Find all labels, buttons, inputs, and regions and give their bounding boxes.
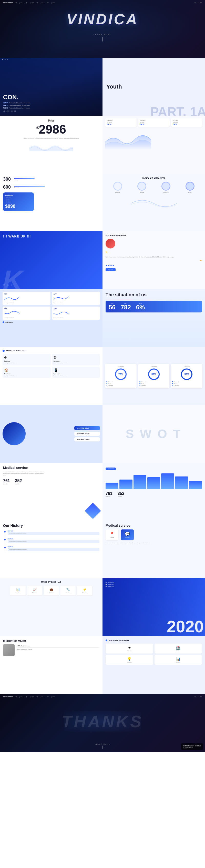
nav-sep-4: ◆: [47, 2, 49, 4]
nav-sep-3: ◆: [36, 2, 38, 4]
slide-history-row: Our History 2014.01 Lorem ipsum dolor si…: [0, 521, 205, 578]
nav-logo-thanks: calculator: [3, 695, 13, 698]
medical-stat-1: 761 statistic: [3, 478, 10, 485]
slide-thanks: calculator ◆ part a ◆ part b ◆ part c ◆ …: [0, 694, 205, 752]
slide-youth-left: CON. Part a Youth is the bitterest, but …: [0, 58, 102, 116]
air-stat: AIR 6%: [136, 303, 145, 310]
part-a-label: Part a Youth is the bitterest, but the c…: [3, 102, 30, 104]
income-num-2: 600: [3, 185, 12, 190]
content-card-4: 📱 Calculator Lorem ipsum dolor sit amet: [52, 367, 100, 378]
stats-wave-chart: [105, 129, 151, 150]
slide-mr-left: Mr.right or Mr.left 1. Medical service L…: [0, 636, 102, 694]
nav-icon-star-t[interactable]: ☆: [194, 695, 196, 698]
circle-again: Again: [185, 182, 195, 193]
buy-now-btn[interactable]: buy now: [106, 268, 116, 271]
quote-text: Lorem ipsum dolor sit amet consectetur a…: [106, 256, 202, 258]
circle-finance: Finance: [113, 182, 122, 193]
vindica-heading: VINDICA: [67, 11, 138, 27]
nav-item-a[interactable]: part a: [20, 2, 23, 4]
icon-grid-item-1: ✈ Calculator: [106, 644, 153, 654]
income-num-1: 300: [3, 177, 12, 182]
nav-item-tb[interactable]: part b: [30, 696, 34, 698]
stat-box-3: 277/467 Spending 34%: [171, 118, 202, 127]
price-label: Price: [4, 119, 99, 122]
made-by-title: MADE BY BIGE HAO: [6, 349, 26, 352]
calc-item-3: 💼 Calculator: [43, 586, 59, 595]
nav-icon-up[interactable]: ↑: [198, 2, 199, 4]
slide-vindica: calculator ◆ part a ◆ part b ◆ part c ◆ …: [0, 0, 205, 58]
slide-roy-swot-row: ROY AND DEMO ROY AND DEMO ROY AND DEMO S…: [0, 405, 205, 463]
nav-item-tc[interactable]: part c: [40, 696, 44, 698]
cta-learn-more[interactable]: LEARN MORE: [93, 34, 112, 35]
nav-logo: calculator: [3, 2, 13, 4]
medical-right-desc: Lorem ipsum dolor sit amet consectetur a…: [106, 542, 202, 544]
part-1a-large: PART. 1A: [150, 105, 205, 116]
icon-grid-item-3: 💡 Calculator: [106, 655, 153, 665]
watermark: 众图网 精品素材·每日更新 作品编号:857434: [181, 743, 203, 750]
icon-card-msg: 💬 Calculate: [121, 529, 134, 540]
slide-price-left: Price £ 2986 Lorem ipsum dolor sit amet …: [0, 116, 102, 174]
apt-card-4: APT Lorem ipsum dolor sit: [52, 307, 100, 320]
calc-item-4: 🔧 Calculator: [60, 586, 76, 595]
nav-bar-thanks: calculator ◆ part a ◆ part b ◆ part c ◆ …: [0, 694, 205, 700]
nav-item-c[interactable]: part c: [40, 2, 44, 4]
pct-card-50: Calculator 50% Advanced Grade Calculator: [171, 364, 202, 388]
template-item-3: TEMPLATE: [106, 586, 202, 588]
nav-item-ta[interactable]: part a: [20, 696, 23, 698]
mr-avatar: [3, 644, 14, 656]
nav-icon-up-t[interactable]: ↑: [198, 695, 199, 698]
watermark-code: 作品编号:857434: [183, 747, 201, 748]
slide-automation-right: automation 761 statistic 352 statistic: [102, 463, 205, 521]
thanks-text: THANKS: [62, 712, 144, 731]
slide-income-left: 300 Income 600 2Income BIGE HAO ▪ row on…: [0, 174, 102, 231]
nav-icon-share[interactable]: ✦: [200, 2, 202, 4]
pct-78-value: 78%: [118, 373, 123, 375]
hero-text: VINDICA: [0, 10, 205, 28]
circle-graphic: [3, 422, 26, 445]
icon-card-pin: 📍 Calculate: [106, 529, 118, 540]
stat-box-1: 345/467 Finance 56%: [105, 118, 137, 127]
nav-bar-youth: [0, 58, 102, 61]
nav-icon-share-t[interactable]: ✦: [200, 695, 202, 698]
nav-icon-star[interactable]: ☆: [194, 2, 196, 4]
learn-more-thanks: LEARN MORE: [0, 743, 205, 752]
cta-learn-more-youth[interactable]: LEARN MORE: [3, 110, 30, 112]
slide-youth-right: Youth PART. 1A: [102, 58, 205, 116]
bige-card-title: BIGE HAO: [5, 194, 32, 196]
income-item-1: 300 Income: [3, 177, 99, 182]
slide-made-icons-right: MADE BY BIGE HAO ✈ Calculator 🏥 Calculat…: [102, 636, 205, 694]
quote-marks: ❝: [106, 250, 202, 255]
circles-wave: [131, 196, 177, 209]
quote-marks-end: ❞: [106, 259, 202, 263]
nav-item-b[interactable]: part b: [30, 2, 34, 4]
avatar-circle: [106, 239, 115, 248]
slide-wakeup-row: !!! WAKE UP !!! K ◯ ◻ ◇ MADE BY BIGE HAO…: [0, 231, 205, 289]
slide-made-pct-row: MADE BY BIGE HAO ✈ Calculator Lorem ipsu…: [0, 347, 205, 405]
made-by-bige: MADE BY BIGE HAO: [106, 177, 202, 179]
mr-title: Mr.right or Mr.left: [3, 639, 99, 642]
con-big-text: CON.: [3, 94, 30, 100]
content-card-2: ⚙ Calculator Lorem ipsum dolor sit amet: [52, 354, 100, 365]
slide-price-right: 345/467 Finance 56% 155/467 Income 64% 2…: [102, 116, 205, 174]
ape-stat: APE 56: [109, 303, 116, 310]
medical-stat-2: 352 statistic: [15, 478, 22, 485]
apt-card-1: APT Lorem ipsum dolor sit: [3, 292, 51, 305]
stat-box-2: 155/467 Income 64%: [138, 118, 169, 127]
part-c-label: Part c Youth is the bitterest, but the c…: [3, 107, 30, 109]
slide-apt-left: APT Lorem ipsum dolor sit APT Lorem ipsu…: [0, 289, 102, 347]
roy-card-1: ROY AND DEMO: [74, 426, 100, 430]
pct-card-78: Calculator 78% Advanced Grade Calculator: [105, 364, 137, 388]
calc-label: Calculator: [5, 321, 13, 323]
nav-item-td[interactable]: part d: [51, 696, 55, 698]
roy-card-2: ROY AND DEMO: [74, 432, 100, 436]
slide-made-left: MADE BY BIGE HAO ✈ Calculator Lorem ipsu…: [0, 347, 102, 405]
made-by-title-4: MADE BY BIGE HAO: [106, 639, 202, 642]
slide-made-2020-row: MADE BY BIGE HAO 📊 Calculator 📈 Calculat…: [0, 578, 205, 636]
bige-card: BIGE HAO ▪ row one ▪ row two ▪ row three…: [3, 192, 34, 211]
icon-grid-item-4: 📊 Calculator: [154, 655, 202, 665]
situation-title: The situation of us: [106, 292, 202, 298]
icon-grid-item-2: 🏥 Calculator: [154, 644, 202, 654]
nav-item-d[interactable]: part d: [51, 2, 55, 4]
swot-bg-text: S W O T: [126, 427, 182, 441]
slide-income-right: MADE BY BIGE HAO Finance Income Spending…: [102, 174, 205, 231]
